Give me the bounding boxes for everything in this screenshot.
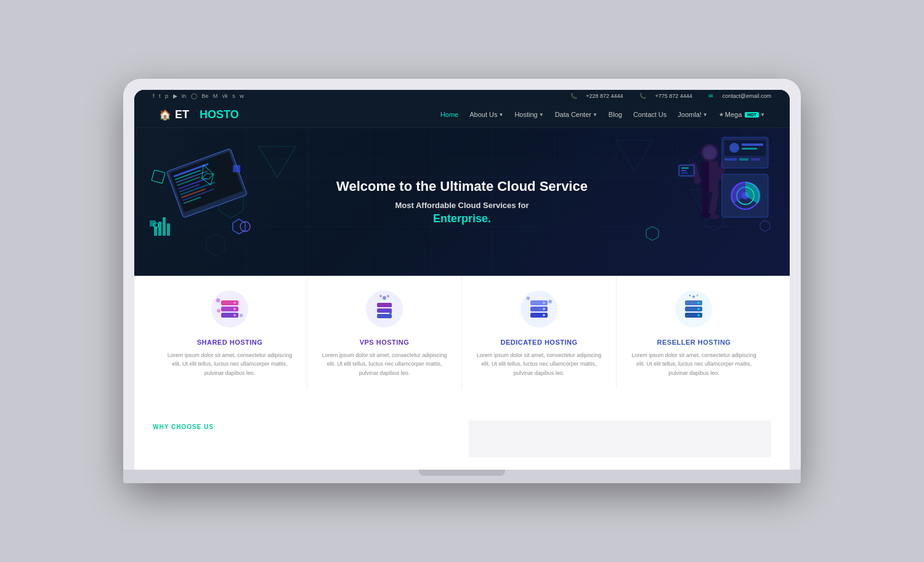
svg-point-104	[697, 308, 700, 310]
pinterest-icon[interactable]: p	[165, 93, 168, 99]
phone2[interactable]: 📞 +775 872 4444	[632, 93, 694, 99]
why-choose-label: WHY CHOOSE US	[153, 424, 214, 430]
website: f t p ▶ in ◯ Be M vk s w 📞 +228 872 4444	[134, 90, 790, 470]
svg-rect-35	[150, 220, 156, 227]
svg-rect-60	[742, 143, 763, 146]
svg-point-105	[697, 314, 700, 316]
nav-datacenter[interactable]: Data Center ▼	[555, 111, 598, 118]
svg-point-85	[383, 296, 386, 300]
reseller-hosting-title: RESELLER HOSTING	[626, 339, 761, 346]
vk-icon[interactable]: vk	[222, 93, 228, 99]
hot-badge: HOT	[745, 112, 759, 118]
svg-point-103	[697, 302, 700, 304]
reseller-hosting-card: RESELLER HOSTING Lorem ipsum dolor sit a…	[617, 276, 771, 390]
medium-icon[interactable]: M	[213, 93, 218, 99]
logo-house-icon: 🏠	[159, 109, 171, 121]
shared-hosting-title: SHARED HOSTING	[163, 339, 297, 346]
topbar: f t p ▶ in ◯ Be M vk s w 📞 +228 872 4444	[134, 90, 790, 102]
svg-point-96	[543, 314, 545, 316]
svg-point-94	[543, 302, 545, 304]
linkedin-icon[interactable]: in	[182, 93, 186, 99]
svg-point-87	[387, 295, 389, 297]
svg-rect-79	[239, 314, 243, 318]
svg-rect-32	[152, 170, 165, 183]
svg-rect-45	[701, 161, 709, 192]
youtube-icon[interactable]: ▶	[173, 93, 177, 99]
svg-rect-39	[163, 217, 166, 236]
laptop-base	[123, 470, 801, 483]
svg-point-98	[548, 300, 552, 303]
nav-about[interactable]: About Us ▼	[469, 111, 503, 118]
dedicated-hosting-title: DEDICATED HOSTING	[472, 339, 606, 346]
svg-point-75	[233, 302, 236, 304]
why-choose-left: WHY CHOOSE US	[153, 420, 456, 457]
email-icon: ✉	[708, 93, 713, 99]
svg-point-80	[217, 309, 221, 313]
whatsapp-icon[interactable]: w	[240, 93, 244, 99]
star-icon: ★	[719, 111, 724, 118]
svg-rect-61	[742, 148, 757, 150]
chevron-icon4: ▼	[703, 112, 708, 118]
chevron-icon5: ▼	[760, 112, 765, 118]
svg-marker-36	[233, 219, 245, 234]
vps-hosting-desc: Lorem ipsum dolor sit amet, consectetur …	[317, 351, 452, 377]
svg-rect-40	[167, 223, 170, 236]
screen-bezel: f t p ▶ in ◯ Be M vk s w 📞 +228 872 4444	[134, 90, 790, 470]
nav-hosting[interactable]: Hosting ▼	[514, 111, 543, 118]
vps-hosting-title: VPS HOSTING	[317, 339, 452, 346]
instagram-icon[interactable]: ◯	[191, 93, 197, 99]
svg-marker-69	[646, 227, 659, 241]
svg-rect-38	[158, 222, 161, 236]
nav-joomla[interactable]: Joomla! ▼	[678, 111, 707, 118]
shared-hosting-card: SHARED HOSTING Lorem ipsum dolor sit ame…	[153, 276, 307, 390]
services-grid: SHARED HOSTING Lorem ipsum dolor sit ame…	[153, 276, 771, 390]
dedicated-hosting-card: DEDICATED HOSTING Lorem ipsum dolor sit …	[462, 276, 617, 390]
reseller-hosting-icon	[673, 288, 716, 331]
reseller-hosting-desc: Lorem ipsum dolor sit amet, consectetur …	[626, 351, 761, 377]
curve-container: SHARED HOSTING Lorem ipsum dolor sit ame…	[134, 276, 790, 408]
email[interactable]: ✉ contact@email.com	[701, 93, 771, 99]
logo-hosto: HOSTO	[200, 108, 239, 121]
svg-rect-46	[702, 190, 708, 214]
navbar: 🏠 ET HOSTO Home About Us ▼ Hosting ▼ Dat…	[134, 102, 790, 128]
laptop-frame: f t p ▶ in ◯ Be M vk s w 📞 +228 872 4444	[123, 79, 801, 483]
svg-point-88	[389, 311, 392, 314]
svg-point-108	[689, 295, 691, 297]
phone-icon: 📞	[570, 93, 577, 99]
why-choose-right	[468, 420, 771, 457]
nav-home[interactable]: Home	[440, 111, 458, 118]
nav-blog[interactable]: Blog	[609, 111, 622, 118]
hero-enterprise: Enterprise.	[336, 212, 588, 225]
chevron-icon: ▼	[498, 112, 503, 118]
svg-rect-63	[739, 158, 748, 161]
svg-point-76	[233, 308, 236, 310]
twitter-icon[interactable]: t	[159, 93, 161, 99]
facebook-icon[interactable]: f	[153, 93, 155, 99]
svg-rect-52	[681, 167, 689, 169]
phone1[interactable]: 📞 +228 872 4444	[563, 93, 625, 99]
nav-contact[interactable]: Contact Us	[633, 111, 667, 118]
svg-point-59	[729, 143, 739, 153]
why-choose-section: WHY CHOOSE US	[134, 408, 790, 470]
svg-rect-34	[233, 165, 240, 172]
hero-title: Welcome to the Ultimate Cloud Service	[336, 179, 588, 195]
svg-point-43	[703, 146, 716, 159]
shared-hosting-desc: Lorem ipsum dolor sit amet, consectetur …	[163, 351, 297, 377]
svg-point-77	[233, 314, 236, 316]
phone2-icon: 📞	[639, 93, 646, 99]
svg-point-95	[543, 308, 545, 310]
services-section: SHARED HOSTING Lorem ipsum dolor sit ame…	[134, 276, 790, 408]
chevron-icon2: ▼	[539, 112, 544, 118]
logo[interactable]: 🏠 ET HOSTO	[159, 108, 239, 121]
svg-rect-54	[681, 172, 687, 174]
svg-rect-62	[724, 158, 737, 161]
behance-icon[interactable]: Be	[201, 93, 208, 99]
skype-icon[interactable]: s	[232, 93, 235, 99]
logo-et: ET	[175, 108, 189, 121]
svg-rect-82	[377, 314, 392, 318]
nav-mega[interactable]: ★ Mega HOT ▼	[719, 111, 765, 118]
svg-point-55	[700, 213, 710, 218]
topbar-contact: 📞 +228 872 4444 📞 +775 872 4444 ✉ contac…	[556, 93, 771, 99]
chevron-icon3: ▼	[593, 112, 598, 118]
nav-links: Home About Us ▼ Hosting ▼ Data Center ▼ …	[440, 111, 765, 118]
